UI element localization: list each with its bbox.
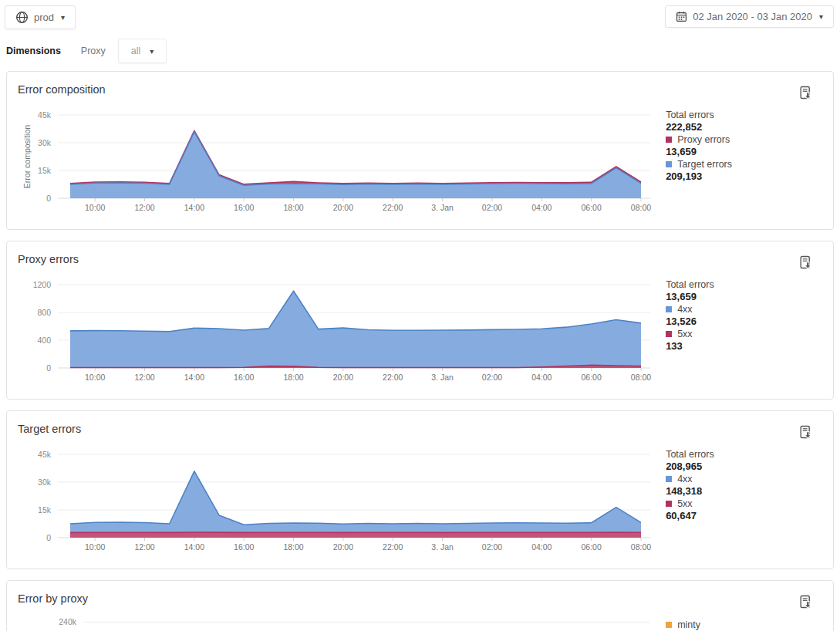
legend-item-label: minty [677,619,700,631]
series-swatch [666,476,672,482]
svg-text:02:00: 02:00 [482,203,502,212]
svg-text:20:00: 20:00 [333,203,353,212]
svg-text:1200: 1200 [33,280,52,289]
svg-text:18:00: 18:00 [283,542,303,552]
svg-text:18:00: 18:00 [283,373,303,382]
calendar-icon [676,11,687,22]
svg-text:800: 800 [37,308,51,317]
legend-item-minty[interactable]: minty [666,619,822,631]
chart-title: Target errors [18,422,822,437]
svg-text:20:00: 20:00 [333,542,353,552]
legend-item-5xx[interactable]: 5xx [666,498,822,510]
target-errors-chart[interactable]: 015k30k45k10:0012:0014:0016:0018:0020:00… [18,447,663,552]
svg-text:14:00: 14:00 [184,373,204,382]
series-swatch [666,331,672,337]
date-range-dropdown[interactable]: 02 Jan 2020 - 03 Jan 2020 ▾ [665,5,834,28]
y-axis-tick-label: 240k [59,617,77,626]
svg-text:30k: 30k [38,138,52,147]
environment-dropdown[interactable]: prod ▾ [5,5,76,29]
svg-text:30k: 30k [38,477,52,487]
download-report-icon[interactable] [798,595,813,613]
svg-text:08:00: 08:00 [631,373,651,382]
chevron-down-icon: ▾ [819,12,823,21]
legend-total-value: 13,659 [666,291,822,303]
svg-text:0: 0 [46,363,51,373]
chart-card-error-composition: Error composition 015k30k45k10:0012:0014… [6,71,834,230]
svg-text:12:00: 12:00 [134,203,154,212]
chart-card-target-errors: Target errors 015k30k45k10:0012:0014:001… [6,410,834,569]
svg-text:0: 0 [46,533,51,542]
svg-text:06:00: 06:00 [582,373,602,382]
chart-legend: Total errors 13,659 4xx 13,526 5xx 133 [666,277,822,353]
chevron-down-icon: ▾ [150,47,153,56]
svg-text:18:00: 18:00 [283,203,303,212]
legend-item-target-errors[interactable]: Target errors [666,158,822,170]
chart-card-proxy-errors: Proxy errors 0400800120010:0012:0014:001… [6,241,834,400]
dimensions-label: Dimensions [6,46,61,56]
svg-text:02:00: 02:00 [482,373,502,382]
dimensions-bar: Dimensions Proxy all ▾ [0,29,840,71]
globe-icon [15,11,29,24]
svg-text:3. Jan: 3. Jan [431,373,454,382]
proxy-errors-chart[interactable]: 0400800120010:0012:0014:0016:0018:0020:0… [18,277,663,382]
legend-item-value: 133 [666,340,822,353]
svg-text:22:00: 22:00 [383,373,403,382]
legend-item-value: 60,647 [666,510,822,522]
legend-item-label: 4xx [677,473,692,485]
error-by-proxy-chart[interactable]: 240k [18,617,663,631]
download-report-icon[interactable] [798,255,813,274]
download-report-icon[interactable] [798,425,813,444]
legend-item-label: 5xx [677,328,692,340]
legend-item-value: 148,318 [666,485,822,498]
svg-text:45k: 45k [38,110,52,120]
error-composition-chart[interactable]: 015k30k45k10:0012:0014:0016:0018:0020:00… [18,107,663,212]
svg-text:16:00: 16:00 [234,203,254,212]
svg-text:08:00: 08:00 [631,203,651,212]
svg-text:04:00: 04:00 [531,203,552,212]
legend-item-4xx[interactable]: 4xx [666,303,822,316]
legend-item-label: 4xx [677,303,692,316]
svg-text:Error composition: Error composition [22,125,32,188]
svg-text:22:00: 22:00 [383,542,403,552]
legend-item-label: Proxy errors [677,133,730,146]
svg-text:02:00: 02:00 [482,542,502,552]
chart-title: Error composition [18,83,822,97]
svg-text:22:00: 22:00 [383,203,403,212]
legend-item-5xx[interactable]: 5xx [666,328,822,340]
proxy-filter-label: Proxy [81,46,106,56]
legend-item-label: Target errors [677,158,732,170]
legend-total-label: Total errors [666,109,822,121]
svg-text:10:00: 10:00 [85,542,105,552]
proxy-filter-select[interactable]: all ▾ [118,39,167,63]
legend-total-value: 208,965 [666,461,822,473]
svg-text:3. Jan: 3. Jan [431,542,454,552]
legend-item-value: 13,659 [666,146,822,158]
legend-item-value: 13,526 [666,316,822,328]
legend-total-label: Total errors [666,448,822,461]
svg-text:45k: 45k [38,450,52,459]
svg-text:400: 400 [37,336,51,345]
proxy-filter-value: all [131,46,141,56]
chart-title: Proxy errors [18,252,822,267]
series-swatch [666,161,672,167]
svg-text:15k: 15k [38,166,52,175]
svg-text:06:00: 06:00 [582,542,602,552]
chart-card-error-by-proxy: Error by proxy 240k minty [6,580,834,631]
download-report-icon[interactable] [798,86,813,104]
legend-item-4xx[interactable]: 4xx [666,473,822,485]
chart-title: Error by proxy [18,592,822,606]
date-range-label: 02 Jan 2020 - 03 Jan 2020 [693,11,812,22]
series-swatch [666,622,672,628]
environment-label: prod [34,12,54,23]
svg-text:10:00: 10:00 [85,203,105,212]
svg-text:3. Jan: 3. Jan [431,203,454,212]
svg-text:0: 0 [46,194,51,203]
legend-item-proxy-errors[interactable]: Proxy errors [666,133,822,146]
top-toolbar: prod ▾ 02 Jan 2020 - 03 Jan 2020 ▾ [0,0,840,29]
svg-text:16:00: 16:00 [234,542,254,552]
svg-text:12:00: 12:00 [134,373,154,382]
svg-text:10:00: 10:00 [85,373,105,382]
svg-text:12:00: 12:00 [134,542,154,552]
chevron-down-icon: ▾ [61,13,65,22]
legend-total-value: 222,852 [666,121,822,133]
